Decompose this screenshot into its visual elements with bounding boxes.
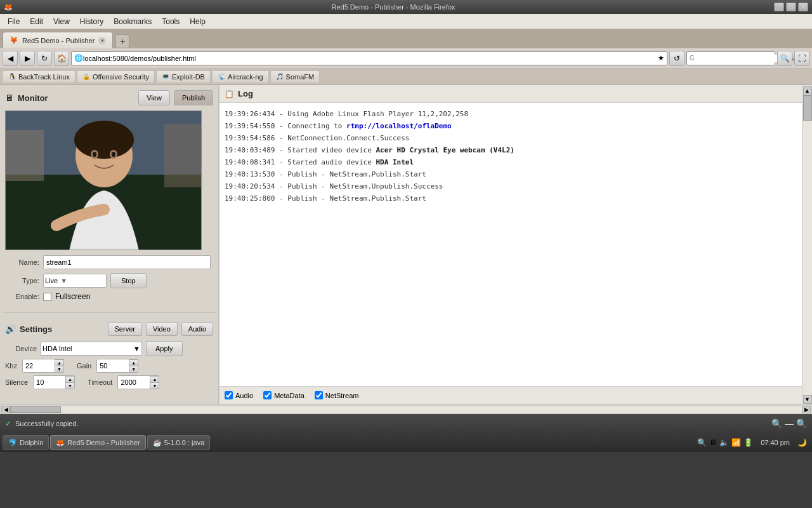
- metadata-check-label[interactable]: MetaData: [263, 391, 304, 399]
- exploit-db-icon: 💻: [162, 73, 169, 80]
- silence-up-button[interactable]: ▲: [65, 376, 74, 382]
- stop-button[interactable]: Stop: [110, 273, 147, 288]
- zoom-in-button[interactable]: 🔍: [777, 51, 792, 66]
- menu-tools[interactable]: Tools: [157, 16, 185, 27]
- bookmark-backtrack[interactable]: 🐧 BackTrack Linux: [3, 70, 75, 83]
- dropdown-arrow-icon: ▼: [60, 277, 67, 284]
- search-engine-icon: G: [690, 55, 695, 62]
- taskbar-app-1[interactable]: 🐬 Dolphin: [3, 435, 49, 450]
- silence-spinner[interactable]: ▲ ▼: [33, 375, 75, 389]
- refresh-button[interactable]: ↺: [669, 51, 684, 66]
- taskbar-app-2[interactable]: 🦊 Red5 Demo - Publisher: [50, 435, 145, 450]
- settings-icon: 🔊: [5, 324, 16, 334]
- netstream-checkbox[interactable]: [315, 391, 323, 399]
- menu-view[interactable]: View: [48, 16, 75, 27]
- timeout-spinner[interactable]: ▲ ▼: [117, 375, 159, 389]
- menu-bookmarks[interactable]: Bookmarks: [108, 16, 157, 27]
- svg-point-4: [74, 121, 134, 159]
- monitor-header: 🖥 Monitor View Publish: [5, 90, 213, 105]
- timeout-spinner-buttons: ▲ ▼: [150, 376, 159, 389]
- khz-up-button[interactable]: ▲: [55, 359, 63, 366]
- khz-down-button[interactable]: ▼: [55, 366, 63, 372]
- bookmark-aircrack[interactable]: 📡 Aircrack-ng: [212, 70, 269, 83]
- khz-input[interactable]: [23, 359, 55, 372]
- zoom-in-icon[interactable]: 🔍: [796, 418, 807, 429]
- menu-file[interactable]: File: [3, 16, 25, 27]
- name-label: Name:: [8, 258, 39, 266]
- taskbar-app-3[interactable]: ☕ 5-1.0.0 : java: [147, 435, 211, 450]
- scroll-up-button[interactable]: ▲: [803, 86, 812, 95]
- gain-input[interactable]: [97, 359, 129, 372]
- apply-button[interactable]: Apply: [146, 341, 183, 356]
- type-select[interactable]: Live ▼: [43, 274, 107, 288]
- publish-button[interactable]: Publish: [174, 90, 213, 105]
- server-tab-button[interactable]: Server: [108, 322, 142, 336]
- khz-spinner[interactable]: ▲ ▼: [22, 359, 64, 373]
- view-button[interactable]: View: [138, 90, 170, 105]
- java-icon: ☕: [153, 439, 162, 447]
- title-bar-left: 🦊: [4, 3, 13, 11]
- taskbar-time: 07:40 pm: [756, 439, 795, 446]
- timeout-down-button[interactable]: ▼: [150, 382, 159, 389]
- fullscreen-nav-button[interactable]: ⛶: [794, 51, 809, 66]
- video-tab-button[interactable]: Video: [146, 322, 178, 336]
- menu-edit[interactable]: Edit: [25, 16, 48, 27]
- scroll-thumb[interactable]: [803, 95, 812, 121]
- close-button[interactable]: ×: [798, 3, 808, 11]
- monitor-icon: 🖥: [5, 93, 14, 103]
- maximize-button[interactable]: □: [786, 3, 796, 11]
- reload-button[interactable]: ↻: [37, 51, 52, 66]
- new-tab-button[interactable]: +: [115, 34, 129, 48]
- url-bar[interactable]: 🌐 ★: [71, 51, 667, 65]
- gain-spinner[interactable]: ▲ ▼: [96, 359, 138, 373]
- timeout-input[interactable]: [118, 376, 150, 389]
- bookmark-offensive-security[interactable]: 🔒 Offensive Security: [77, 70, 155, 83]
- menu-help[interactable]: Help: [185, 16, 211, 27]
- silence-input[interactable]: [34, 376, 65, 389]
- scroll-left-button[interactable]: ◀: [1, 406, 10, 413]
- name-row: Name:: [8, 255, 211, 269]
- name-input[interactable]: [43, 255, 211, 269]
- search-input[interactable]: [697, 55, 785, 62]
- log-entry-2: 19:39:54:550 - Connecting to rtmp://loca…: [225, 121, 797, 132]
- bookmark-somafm[interactable]: 🎵 SomaFM: [270, 70, 320, 83]
- silence-down-button[interactable]: ▼: [65, 382, 74, 389]
- zoom-bar-icon: —: [785, 418, 794, 429]
- audio-check-label[interactable]: Audio: [225, 391, 253, 399]
- back-button[interactable]: ◀: [3, 51, 18, 66]
- bookmark-exploit-db[interactable]: 💻 Exploit-DB: [156, 70, 211, 83]
- menu-history[interactable]: History: [75, 16, 108, 27]
- minimize-button[interactable]: _: [774, 3, 784, 11]
- home-button[interactable]: 🏠: [54, 51, 69, 66]
- tab-close-button[interactable]: ×: [98, 37, 106, 44]
- bookmarks-bar: 🐧 BackTrack Linux 🔒 Offensive Security 💻…: [0, 69, 812, 85]
- svg-point-7: [93, 152, 96, 157]
- firefox-taskbar-icon: 🦊: [56, 439, 65, 447]
- h-scroll-thumb[interactable]: [10, 406, 61, 413]
- backtrack-icon: 🐧: [8, 73, 16, 80]
- audio-checkbox[interactable]: [225, 391, 233, 399]
- bookmark-aircrack-label: Aircrack-ng: [228, 73, 263, 81]
- netstream-check-label[interactable]: NetStream: [315, 391, 359, 399]
- scroll-down-button[interactable]: ▼: [803, 395, 812, 404]
- url-input[interactable]: [83, 55, 658, 62]
- tray-icon-network[interactable]: 📶: [731, 438, 741, 447]
- timeout-up-button[interactable]: ▲: [150, 376, 159, 382]
- log-footer: Audio MetaData NetStream: [219, 386, 802, 404]
- silence-label: Silence: [5, 378, 28, 386]
- fullscreen-checkbox[interactable]: [43, 293, 51, 301]
- metadata-checkbox[interactable]: [263, 391, 272, 399]
- window-title: Red5 Demo - Publisher - Mozilla Firefox: [13, 3, 774, 11]
- scrollbar[interactable]: ▲ ▼: [802, 85, 812, 404]
- device-select[interactable]: HDA Intel ▼: [41, 342, 142, 356]
- forward-button[interactable]: ▶: [20, 51, 35, 66]
- zoom-out-icon[interactable]: 🔍: [771, 418, 782, 429]
- search-bar[interactable]: G 🔍: [686, 51, 775, 65]
- scroll-right-button[interactable]: ▶: [802, 406, 811, 413]
- gain-up-button[interactable]: ▲: [129, 359, 138, 366]
- audio-tab-button[interactable]: Audio: [181, 322, 213, 336]
- type-value: Live: [45, 277, 58, 284]
- gain-down-button[interactable]: ▼: [129, 366, 138, 372]
- active-tab[interactable]: 🦊 Red5 Demo - Publisher ×: [3, 32, 113, 48]
- tray-icon-sound[interactable]: 🔈: [719, 438, 729, 447]
